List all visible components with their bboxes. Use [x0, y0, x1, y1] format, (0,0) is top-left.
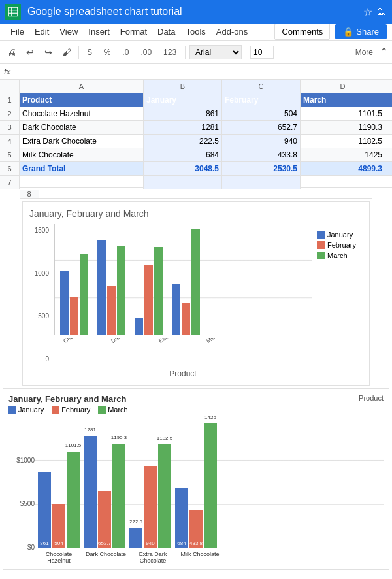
chart2-x-labels: Chocolate Hazelnut Dark Chocolate Extra … — [35, 548, 384, 564]
chart2-legend-box-mar — [98, 406, 106, 414]
cell-c2[interactable]: 504 — [222, 107, 301, 120]
cell-c1[interactable]: February — [222, 93, 301, 107]
chart2-x-label-2: Dark Chocolate — [84, 551, 127, 564]
cell-b2[interactable]: 861 — [144, 107, 222, 120]
bar-jan-1 — [60, 271, 69, 335]
col-header-b[interactable]: B — [144, 80, 222, 93]
cell-b6[interactable]: 3048.5 — [144, 162, 222, 175]
more-button[interactable]: More — [351, 46, 377, 58]
undo-icon[interactable]: ↩ — [22, 44, 38, 60]
menu-format[interactable]: Format — [115, 25, 152, 38]
bar-label-jan-4: 684 — [177, 540, 186, 546]
cell-d7[interactable] — [301, 176, 385, 189]
chart1-wrapper: 8 January, February and March 1500 1000 … — [0, 188, 392, 386]
menu-edit[interactable]: Edit — [29, 25, 54, 38]
menu-insert[interactable]: Insert — [83, 25, 115, 38]
collapse-icon[interactable]: ⌃ — [380, 46, 388, 58]
chart2-bars-area: 861 504 1101.5 1281 — [35, 418, 384, 548]
chart2-legend-feb: February — [52, 406, 90, 414]
svg-rect-0 — [8, 7, 18, 16]
star-icon[interactable]: ☆ — [363, 6, 372, 18]
redo-icon[interactable]: ↪ — [41, 44, 56, 60]
legend-label-mar: March — [327, 252, 348, 259]
bar-jan-4 — [172, 284, 180, 335]
cell-c7[interactable] — [222, 176, 301, 189]
bar-group-3 — [135, 247, 163, 335]
legend-label-feb: February — [327, 241, 356, 249]
chart1: January, February and March 1500 1000 50… — [22, 201, 370, 386]
cell-b5[interactable]: 684 — [144, 148, 222, 161]
cell-a3[interactable]: Dark Chocolate — [20, 121, 144, 134]
menu-view[interactable]: View — [54, 25, 83, 38]
paint-format-icon[interactable]: 🖌 — [59, 44, 74, 60]
bar-label-mar-2: 1190.3 — [111, 435, 127, 440]
currency-button[interactable]: $ — [83, 46, 97, 59]
bar-mar-2 — [117, 246, 125, 335]
cell-c3[interactable]: 652.7 — [222, 121, 301, 134]
menu-file[interactable]: File — [5, 25, 29, 38]
menu-addons[interactable]: Add-ons — [211, 25, 253, 38]
row-num-4: 4 — [0, 135, 20, 148]
cell-a5[interactable]: Milk Chocolate — [20, 148, 144, 161]
chart2-bar-feb-2: 652.7 — [98, 491, 111, 548]
cell-c5[interactable]: 433.8 — [222, 148, 301, 161]
cell-a7[interactable] — [20, 176, 144, 189]
table-row-5: 5 Milk Chocolate 684 433.8 1425 — [0, 148, 392, 162]
comments-button[interactable]: Comments — [274, 24, 330, 40]
menu-data[interactable]: Data — [152, 25, 180, 38]
formula-input[interactable] — [16, 67, 388, 76]
chart2-bar-feb-4: 433.8 — [189, 510, 203, 548]
col-header-a[interactable]: A — [20, 80, 144, 93]
divider4 — [278, 46, 278, 59]
cell-c4[interactable]: 940 — [222, 135, 301, 148]
bar-label-feb-3: 940 — [146, 540, 154, 546]
table-row-6: 6 Grand Total 3048.5 2530.5 4899.3 — [0, 162, 392, 176]
decimal-increase-button[interactable]: .00 — [136, 46, 156, 59]
cell-b4[interactable]: 222.5 — [144, 135, 222, 148]
legend-box-jan — [317, 231, 325, 239]
divider1 — [78, 46, 79, 59]
cell-d1[interactable]: March — [301, 93, 385, 107]
chart1-bar-groups — [55, 224, 312, 335]
table-row-3: 3 Dark Chocolate 1281 652.7 1190.3 — [0, 121, 392, 135]
legend-box-mar — [317, 252, 325, 259]
share-button[interactable]: 🔒 Share — [335, 24, 387, 39]
cell-d4[interactable]: 1182.5 — [301, 135, 385, 148]
cell-a1[interactable]: Product — [20, 93, 144, 107]
cell-b3[interactable]: 1281 — [144, 121, 222, 134]
percent-button[interactable]: % — [99, 46, 116, 59]
cell-d3[interactable]: 1190.3 — [301, 121, 385, 134]
decimal-decrease-button[interactable]: .0 — [118, 46, 133, 59]
cell-a6[interactable]: Grand Total — [20, 162, 144, 175]
chart1-plot-area: Chocolate Hazel... Dark Chocolate Extra … — [54, 224, 312, 378]
cell-a4[interactable]: Extra Dark Chocolate — [20, 135, 144, 148]
chart2-bar-jan-2: 1281 — [84, 436, 97, 548]
legend-item-mar: March — [317, 252, 363, 259]
chart2-group-4: 684 433.8 1425 — [175, 423, 217, 548]
cell-8[interactable] — [39, 190, 372, 198]
cell-a2[interactable]: Chocolate Hazelnut — [20, 107, 144, 120]
cell-d2[interactable]: 1101.5 — [301, 107, 385, 120]
col-header-c[interactable]: C — [222, 80, 301, 93]
folder-icon[interactable]: 🗂 — [376, 6, 387, 18]
cell-d6[interactable]: 4899.3 — [301, 162, 385, 175]
cell-b7[interactable] — [144, 176, 222, 189]
number-format-button[interactable]: 123 — [159, 46, 181, 59]
font-selector[interactable]: Arial — [189, 45, 242, 59]
print-icon[interactable]: 🖨 — [4, 44, 20, 60]
menu-tools[interactable]: Tools — [180, 25, 210, 38]
col-header-d[interactable]: D — [301, 80, 385, 93]
chart1-title: January, February and March — [29, 208, 363, 219]
chart2-legend-jan: January — [8, 406, 44, 414]
legend-box-feb — [317, 241, 325, 249]
chart2-x-label-4: Milk Chocolate — [178, 551, 221, 564]
font-size-input[interactable] — [250, 46, 274, 59]
document-title: Google spreadsheet chart tutorial — [27, 6, 363, 18]
row-num-7: 7 — [0, 176, 20, 189]
legend-label-jan: January — [327, 231, 353, 239]
cell-d5[interactable]: 1425 — [301, 148, 385, 161]
bar-mar-1 — [80, 254, 88, 335]
cell-b1[interactable]: January — [144, 93, 222, 107]
chart2-bar-feb-1: 504 — [52, 504, 65, 548]
cell-c6[interactable]: 2530.5 — [222, 162, 301, 175]
